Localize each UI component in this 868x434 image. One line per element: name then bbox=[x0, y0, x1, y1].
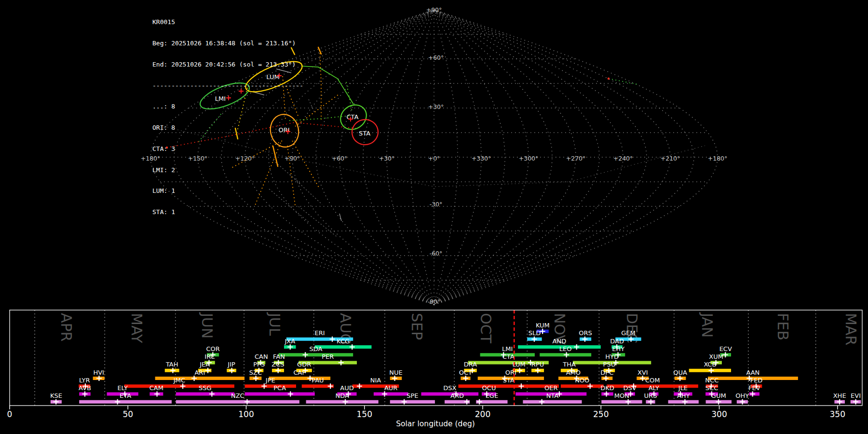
meteor-trail bbox=[320, 50, 321, 120]
shower-label-SCC: SCC bbox=[705, 384, 718, 392]
shower-label-ELY: ELY bbox=[117, 384, 128, 392]
shower-label-LEO: LEO bbox=[559, 345, 572, 353]
shower-bar-JPE bbox=[245, 384, 296, 388]
shower-label-LMI: LMI bbox=[502, 345, 513, 353]
begin-time: Beg: 20251026 16:38:48 (sol = 213.16°) bbox=[152, 40, 303, 47]
shower-label-PPS: PPS bbox=[253, 361, 265, 368]
shower-label-LYR: LYR bbox=[79, 377, 90, 384]
x-tick-label: 150 bbox=[357, 409, 372, 419]
month-label-JAN: JAN bbox=[699, 312, 716, 338]
shower-peak-marker-EGE bbox=[477, 399, 482, 405]
latitude-label: +60° bbox=[428, 54, 444, 61]
shower-label-HYD: HYD bbox=[605, 353, 619, 360]
shower-peak-marker-DPC bbox=[603, 376, 609, 381]
end-time: End: 20251026 20:42:56 (sol = 213.33°) bbox=[152, 61, 303, 68]
shower-peak-marker-ORS bbox=[582, 337, 587, 342]
shower-peak-marker-ERI bbox=[330, 337, 335, 342]
shower-label-SSG: SSG bbox=[199, 384, 212, 392]
shower-label-TAH: TAH bbox=[165, 361, 178, 368]
shower-peak-marker-JPE bbox=[261, 383, 267, 389]
shower-label-OCU: OCU bbox=[482, 384, 496, 392]
shower-label-DPC: DPC bbox=[600, 369, 613, 376]
shower-label-FAN: FAN bbox=[273, 353, 285, 360]
shower-peak-marker-LUM bbox=[517, 368, 522, 373]
shower-peak-marker-AHY bbox=[682, 399, 688, 405]
shower-label-OHY: OHY bbox=[735, 392, 749, 399]
shower-label-DSX: DSX bbox=[443, 384, 456, 392]
shower-peak-marker-DKD bbox=[604, 392, 609, 397]
shower-label-XHE: XHE bbox=[833, 392, 846, 399]
shower-label-AMO: AMO bbox=[566, 369, 581, 376]
x-axis: 050100150200250300350Solar longitude (de… bbox=[7, 406, 845, 428]
trail-endpoint-dot bbox=[608, 78, 610, 80]
shower-label-NZC: NZC bbox=[231, 392, 244, 399]
shower-bar-SSG bbox=[176, 393, 234, 396]
shower-bar-DSX bbox=[421, 393, 478, 396]
shower-label-NCC: NCC bbox=[705, 377, 719, 384]
x-tick-label: 250 bbox=[593, 409, 609, 419]
shower-bar-PCA bbox=[245, 393, 315, 396]
shower-label-RPU: RPU bbox=[531, 361, 544, 368]
shower-bar-STA bbox=[458, 384, 558, 388]
shower-label-AND: AND bbox=[553, 338, 567, 345]
shower-peak-marker-SLD bbox=[531, 337, 537, 342]
month-label-OCT: OCT bbox=[477, 313, 494, 344]
longitude-label: +210° bbox=[661, 155, 680, 162]
shower-label-KSE: KSE bbox=[50, 392, 62, 399]
shower-bar-KCG bbox=[315, 345, 372, 349]
separator: ---------------------------------------- bbox=[152, 82, 303, 90]
shower-label-ALY: ALY bbox=[649, 384, 659, 392]
radiant-label-STA: STA bbox=[359, 130, 370, 137]
shower-label-JEA: JEA bbox=[199, 361, 210, 368]
longitude-label: +60° bbox=[332, 155, 348, 162]
shower-peak-marker-NUE bbox=[392, 376, 397, 381]
x-tick-label: 100 bbox=[238, 409, 254, 419]
shower-peak-marker-PAU bbox=[328, 383, 333, 389]
shower-label-SLD: SLD bbox=[529, 329, 541, 337]
shower-label-CAP: CAP bbox=[293, 369, 306, 376]
shower-bar-JMC bbox=[124, 384, 234, 388]
shower-peak-marker-KUM bbox=[540, 329, 545, 334]
shower-label-DSV: DSV bbox=[624, 384, 637, 392]
count-lum: LUM: 1 bbox=[152, 188, 303, 195]
month-label-MAR: MAR bbox=[842, 313, 859, 345]
longitude-label: +330° bbox=[472, 155, 491, 162]
sporadic-trail bbox=[298, 206, 338, 237]
shower-peak-marker-KCG bbox=[350, 344, 355, 350]
shower-label-NDA: NDA bbox=[335, 392, 349, 399]
shower-peak-marker-ARD bbox=[464, 399, 470, 405]
shower-bar-NOO bbox=[561, 384, 604, 388]
shower-peak-marker-AVB bbox=[82, 392, 87, 397]
longitude-label: +240° bbox=[613, 155, 633, 162]
shower-label-CTA: CTA bbox=[502, 353, 515, 360]
shower-peak-marker-NOO bbox=[587, 383, 593, 389]
shower-label-AHY: AHY bbox=[677, 392, 690, 399]
shower-label-DKD: DKD bbox=[600, 384, 614, 392]
shower-peak-marker-NIA bbox=[357, 383, 362, 389]
x-tick-label: 50 bbox=[122, 409, 133, 419]
shower-label-ARI: ARI bbox=[194, 369, 205, 376]
shower-label-THA: THA bbox=[562, 361, 576, 368]
shower-peak-marker-XVI bbox=[640, 376, 645, 381]
x-tick-label: 200 bbox=[475, 409, 490, 419]
shower-peak-marker-ECV bbox=[723, 352, 728, 357]
longitude-label: +300° bbox=[519, 155, 539, 162]
shower-label-EHY: EHY bbox=[612, 345, 624, 353]
plot-canvas: +180°+150°+120°+90°+60°+30°+0°+330°+300°… bbox=[0, 0, 868, 434]
shower-bar-SPE bbox=[390, 400, 435, 404]
shower-peak-marker-JMC bbox=[180, 383, 186, 389]
latitude-label: -90° bbox=[428, 298, 441, 305]
longitude-label: +270° bbox=[566, 155, 586, 162]
shower-label-STA: STA bbox=[503, 377, 515, 384]
shower-peak-marker-CAM bbox=[154, 392, 160, 397]
shower-bar-MON bbox=[601, 400, 642, 404]
shower-label-JIP: JIP bbox=[227, 361, 235, 368]
shower-label-NTA: NTA bbox=[546, 392, 559, 399]
graticule-meridian bbox=[363, 10, 434, 305]
shower-label-PAU: PAU bbox=[312, 377, 324, 384]
longitude-label: +0° bbox=[428, 155, 440, 162]
sporadic-trail bbox=[339, 214, 341, 221]
shower-label-SZC: SZC bbox=[249, 369, 262, 376]
latitude-label: +90° bbox=[426, 6, 442, 14]
shower-label-KCG: KCG bbox=[337, 338, 350, 345]
